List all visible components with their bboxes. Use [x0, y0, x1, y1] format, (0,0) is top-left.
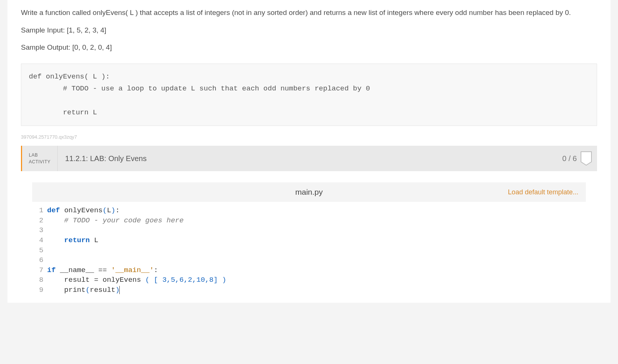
line-number: 3 [32, 225, 47, 235]
problem-paragraph-2: Sample Input: [1, 5, 2, 3, 4] [21, 25, 597, 36]
line-number: 6 [32, 255, 47, 265]
lab-label-line1: LAB [29, 152, 51, 158]
code-line-7[interactable]: 7 if __name__ == '__main__': [32, 265, 586, 275]
line-number: 8 [32, 275, 47, 285]
file-name: main.py [295, 186, 323, 198]
code-line-4[interactable]: 4 return L [32, 235, 586, 246]
lab-activity-bar: LAB ACTIVITY 11.2.1: LAB: Only Evens 0 /… [21, 146, 597, 171]
code-content[interactable] [47, 255, 51, 265]
line-number: 5 [32, 246, 47, 256]
code-line-2[interactable]: 2 # TODO - your code goes here [32, 216, 586, 226]
line-number: 4 [32, 235, 47, 246]
line-number: 2 [32, 216, 47, 226]
code-line-1[interactable]: 1 def onlyEvens(L): [32, 206, 586, 216]
code-line-6[interactable]: 6 [32, 255, 586, 265]
code-content[interactable] [47, 246, 51, 256]
page-container: Write a function called onlyEvens( L ) t… [7, 0, 611, 303]
question-identifier: 397094.2571770.qx3zqy7 [7, 130, 611, 146]
code-line-5[interactable]: 5 [32, 246, 586, 256]
score-text: 0 / 6 [562, 153, 577, 164]
code-line-3[interactable]: 3 [32, 225, 586, 235]
problem-paragraph-1: Write a function called onlyEvens( L ) t… [21, 7, 597, 18]
code-line-9[interactable]: 9 print(result) [32, 285, 586, 295]
code-editor[interactable]: 1 def onlyEvens(L): 2 # TODO - your code… [32, 202, 586, 302]
code-line-8[interactable]: 8 result = onlyEvens ( [ 3,5,6,2,10,8] ) [32, 275, 586, 285]
line-number: 7 [32, 265, 47, 275]
code-content[interactable]: result = onlyEvens ( [ 3,5,6,2,10,8] ) [47, 275, 226, 285]
lab-label-line2: ACTIVITY [29, 158, 51, 165]
problem-description: Write a function called onlyEvens( L ) t… [7, 0, 611, 64]
code-content[interactable]: if __name__ == '__main__': [47, 265, 158, 275]
line-number: 1 [32, 206, 47, 216]
code-content[interactable]: print(result) [47, 285, 120, 295]
score-badge-icon [581, 151, 592, 166]
file-bar: main.py Load default template... [32, 182, 586, 202]
sample-code-block: def onlyEvens( L ): # TODO - use a loop … [21, 64, 597, 126]
code-content[interactable] [47, 225, 51, 235]
score-area: 0 / 6 [557, 146, 597, 171]
code-content[interactable]: def onlyEvens(L): [47, 206, 120, 216]
editor-panel: main.py Load default template... 1 def o… [21, 171, 597, 302]
lab-label-box: LAB ACTIVITY [22, 146, 58, 171]
code-content[interactable]: return L [47, 235, 98, 246]
code-content[interactable]: # TODO - your code goes here [47, 216, 184, 226]
lab-title: 11.2.1: LAB: Only Evens [58, 146, 557, 171]
problem-paragraph-3: Sample Output: [0, 0, 2, 0, 4] [21, 42, 597, 53]
line-number: 9 [32, 285, 47, 295]
load-default-template-link[interactable]: Load default template... [508, 187, 586, 197]
text-cursor [119, 286, 120, 294]
